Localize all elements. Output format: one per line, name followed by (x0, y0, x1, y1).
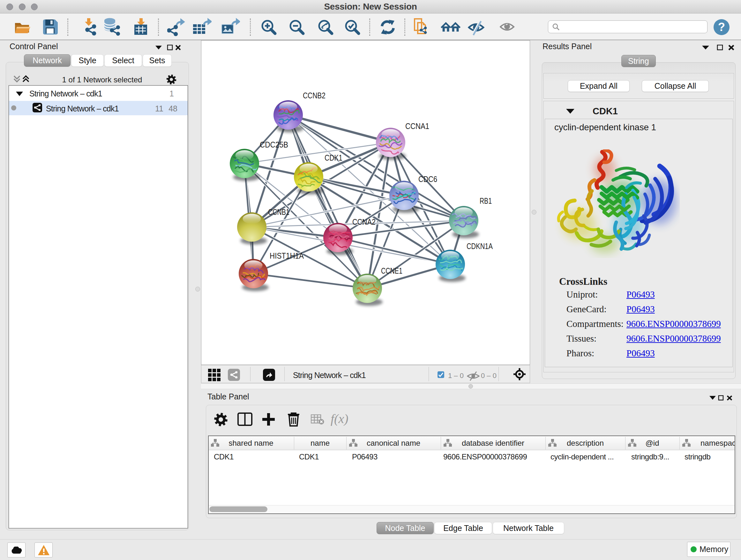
svg-text:CDC25B: CDC25B (260, 140, 288, 149)
svg-text:HIST1H1A: HIST1H1A (270, 251, 304, 260)
svg-text:CDKN1A: CDKN1A (467, 241, 493, 251)
svg-text:CDK1: CDK1 (325, 153, 342, 163)
svg-text:CCNA2: CCNA2 (352, 217, 376, 227)
svg-text:CCNB2: CCNB2 (303, 91, 326, 100)
svg-text:CDC6: CDC6 (418, 174, 437, 184)
svg-text:CCNB1: CCNB1 (268, 207, 289, 217)
svg-text:?: ? (718, 20, 725, 34)
svg-text:CCNE1: CCNE1 (381, 266, 402, 275)
svg-text:RB1: RB1 (480, 196, 492, 206)
svg-text:CCNA1: CCNA1 (405, 121, 429, 131)
